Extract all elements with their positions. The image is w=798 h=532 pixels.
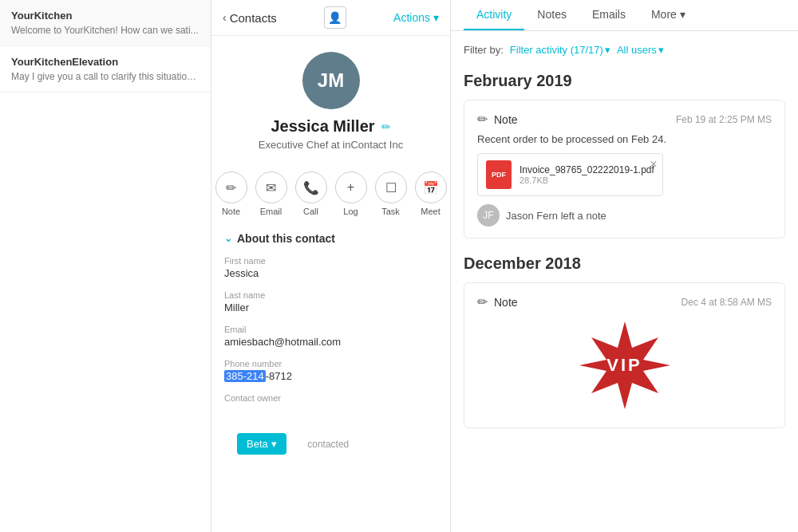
field-contact-owner: Contact owner bbox=[224, 393, 437, 403]
file-name: Invoice_98765_02222019-1.pdf bbox=[519, 164, 654, 175]
author-name: Jason Fern left a note bbox=[506, 210, 606, 222]
action-meet[interactable]: 📅 Meet bbox=[415, 171, 447, 216]
chat-list-panel: YourKitchen Welcome to YourKitchen! How … bbox=[0, 0, 211, 532]
avatar-initials: JM bbox=[318, 69, 344, 92]
activity-timestamp: Feb 19 at 2:25 PM MS bbox=[676, 114, 772, 125]
activity-body: Recent order to be processed on Feb 24. bbox=[477, 133, 772, 145]
chat-name: YourKitchen bbox=[11, 10, 200, 22]
tab-activity[interactable]: Activity bbox=[464, 0, 524, 30]
action-note[interactable]: ✏ Note bbox=[215, 171, 247, 216]
file-size: 28.7KB bbox=[519, 175, 654, 185]
phone-label: Phone number bbox=[224, 359, 437, 368]
contact-panel-header: ‹ Contacts 👤 Actions ▾ bbox=[211, 0, 450, 36]
first-name-value: Jessica bbox=[224, 267, 437, 279]
log-label: Log bbox=[343, 207, 358, 216]
task-icon: ☐ bbox=[375, 171, 407, 203]
right-tabs: Activity Notes Emails More ▾ bbox=[451, 0, 798, 31]
pdf-icon: PDF bbox=[486, 160, 512, 189]
last-name-label: Last name bbox=[224, 290, 437, 300]
action-task[interactable]: ☐ Task bbox=[375, 171, 407, 216]
field-last-name: Last name Miller bbox=[224, 290, 437, 313]
action-log[interactable]: + Log bbox=[335, 171, 367, 216]
author-row: JF Jason Fern left a note bbox=[477, 204, 772, 227]
month-section-december: December 2018 ✏ Note Dec 4 at 8:58 AM MS… bbox=[464, 254, 785, 428]
edit-contact-icon[interactable]: ✏ bbox=[381, 120, 391, 133]
actions-dropdown-icon: ▾ bbox=[433, 11, 439, 24]
actions-button[interactable]: Actions ▾ bbox=[393, 11, 439, 24]
back-arrow-icon: ‹ bbox=[223, 11, 227, 24]
meet-label: Meet bbox=[421, 207, 440, 216]
attachment-box: PDF Invoice_98765_02222019-1.pdf 28.7KB … bbox=[477, 153, 663, 196]
first-name-label: First name bbox=[224, 256, 437, 266]
contacted-label: contacted bbox=[307, 439, 349, 450]
close-attachment-icon[interactable]: ✕ bbox=[650, 159, 658, 170]
phone-value: 385-214-8712 bbox=[224, 370, 437, 382]
task-label: Task bbox=[381, 207, 400, 216]
activity-card-dec: ✏ Note Dec 4 at 8:58 AM MS VIP bbox=[464, 282, 785, 428]
phone-highlight: 385-214 bbox=[224, 370, 266, 382]
beta-label: Beta bbox=[247, 438, 268, 450]
activity-timestamp-dec: Dec 4 at 8:58 AM MS bbox=[681, 297, 772, 308]
activity-filter-button[interactable]: Filter activity (17/17) ▾ bbox=[510, 44, 610, 56]
field-first-name: First name Jessica bbox=[224, 256, 437, 279]
contact-title: Executive Chef at inContact Inc bbox=[259, 139, 403, 151]
activity-type-row-dec: ✏ Note bbox=[477, 294, 518, 309]
chat-message: May I give you a call to clarify this si… bbox=[11, 71, 200, 82]
beta-section: Beta ▾ contacted bbox=[211, 424, 450, 469]
contact-person-icon[interactable]: 👤 bbox=[324, 6, 346, 29]
note-edit-icon-dec: ✏ bbox=[477, 294, 488, 309]
activity-type-label-dec: Note bbox=[494, 296, 518, 309]
action-email[interactable]: ✉ Email bbox=[255, 171, 287, 216]
note-label: Note bbox=[222, 207, 240, 216]
field-email: Email amiesbach@hotmail.com bbox=[224, 325, 437, 348]
call-icon: 📞 bbox=[295, 171, 327, 203]
chat-item-yourkitchenelevation[interactable]: YourKitchenElevation May I give you a ca… bbox=[0, 46, 211, 93]
contact-owner-label: Contact owner bbox=[224, 393, 437, 403]
month-section-february: February 2019 ✏ Note Feb 19 at 2:25 PM M… bbox=[464, 72, 785, 238]
activity-type-label: Note bbox=[494, 113, 518, 126]
beta-dropdown-icon: ▾ bbox=[271, 438, 277, 450]
contact-detail-panel: ‹ Contacts 👤 Actions ▾ JM Jessica Miller… bbox=[211, 0, 451, 532]
avatar: JM bbox=[302, 52, 360, 109]
meet-icon: 📅 bbox=[415, 171, 447, 203]
contact-name: Jessica Miller bbox=[271, 117, 374, 136]
chevron-down-icon: ⌄ bbox=[224, 233, 232, 244]
month-heading-february: February 2019 bbox=[464, 72, 785, 90]
chat-name: YourKitchenElevation bbox=[11, 56, 200, 68]
author-avatar: JF bbox=[477, 204, 500, 227]
activity-type-row: ✏ Note bbox=[477, 112, 518, 127]
user-filter-button[interactable]: All users ▾ bbox=[617, 44, 664, 56]
email-icon: ✉ bbox=[255, 171, 287, 203]
actions-label: Actions bbox=[393, 11, 430, 24]
call-label: Call bbox=[303, 207, 318, 216]
log-icon: + bbox=[335, 171, 367, 203]
activity-panel: Activity Notes Emails More ▾ Filter by: … bbox=[451, 0, 798, 532]
activity-card-header-dec: ✏ Note Dec 4 at 8:58 AM MS bbox=[477, 294, 772, 309]
contacts-label: Contacts bbox=[230, 11, 277, 25]
back-to-contacts[interactable]: ‹ Contacts bbox=[223, 11, 277, 25]
contact-action-buttons: ✏ Note ✉ Email 📞 Call + Log ☐ Task 📅 Mee… bbox=[211, 159, 450, 223]
contact-name-row: Jessica Miller ✏ bbox=[271, 117, 390, 136]
activity-card-header: ✏ Note Feb 19 at 2:25 PM MS bbox=[477, 112, 772, 127]
email-label: Email bbox=[260, 207, 282, 216]
chat-message: Welcome to YourKitchen! How can we sati.… bbox=[11, 25, 200, 36]
field-phone: Phone number 385-214-8712 bbox=[224, 359, 437, 382]
about-title: About this contact bbox=[237, 232, 335, 245]
beta-button[interactable]: Beta ▾ bbox=[237, 433, 286, 455]
filter-row: Filter by: Filter activity (17/17) ▾ All… bbox=[464, 44, 785, 56]
filter-by-label: Filter by: bbox=[464, 44, 504, 56]
filter-dropdown-icon: ▾ bbox=[605, 44, 610, 56]
tab-notes[interactable]: Notes bbox=[524, 0, 579, 30]
about-header[interactable]: ⌄ About this contact bbox=[224, 232, 437, 245]
chat-item-yourkitchen[interactable]: YourKitchen Welcome to YourKitchen! How … bbox=[0, 0, 211, 46]
action-call[interactable]: 📞 Call bbox=[295, 171, 327, 216]
email-value: amiesbach@hotmail.com bbox=[224, 336, 437, 348]
more-dropdown-icon: ▾ bbox=[680, 8, 685, 21]
activity-card-feb: ✏ Note Feb 19 at 2:25 PM MS Recent order… bbox=[464, 100, 785, 238]
last-name-value: Miller bbox=[224, 301, 437, 313]
tab-emails[interactable]: Emails bbox=[579, 0, 638, 30]
tab-more[interactable]: More ▾ bbox=[638, 0, 698, 30]
month-heading-december: December 2018 bbox=[464, 254, 785, 273]
vip-text: VIP bbox=[606, 355, 642, 376]
activity-content: Filter by: Filter activity (17/17) ▾ All… bbox=[451, 31, 798, 532]
